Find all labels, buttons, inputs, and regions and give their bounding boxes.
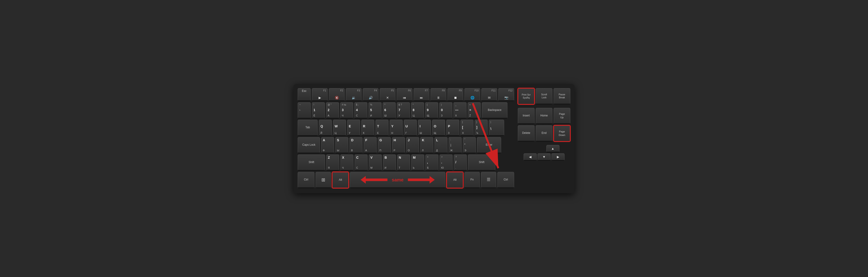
number-row: ~ ` ! 1 Ё @ " 2 А # № 3 Ч $ <box>298 102 514 118</box>
key-f8[interactable]: F8 ⏸ <box>431 88 446 101</box>
space-arrow-annotation: same <box>350 172 445 187</box>
key-b[interactable]: B И <box>383 154 396 171</box>
key-g[interactable]: G П <box>378 137 391 153</box>
key-equals[interactable]: + = Ž <box>468 102 481 118</box>
key-fn[interactable]: Fn <box>464 172 480 188</box>
key-6[interactable]: ^ 6 Ш <box>383 102 396 118</box>
key-4[interactable]: $ ; 4 С <box>354 102 367 118</box>
key-win[interactable]: ⊞ <box>316 172 331 188</box>
key-alt-right[interactable]: Alt <box>446 172 463 188</box>
nav-ins-home-pgup-row: Insert Home PageUp <box>518 108 570 124</box>
key-7[interactable]: & ? 7 У <box>397 102 410 118</box>
key-f2[interactable]: F2 🔇 <box>329 88 345 101</box>
key-arrow-right[interactable]: ▶ <box>552 153 564 161</box>
nav-del-end-pgdn-row: Delete End PageDown <box>518 125 570 141</box>
key-f3[interactable]: F3 🔉 <box>346 88 362 101</box>
key-delete[interactable]: Delete <box>518 125 534 141</box>
key-f4[interactable]: F4 🔊 <box>363 88 378 101</box>
key-caps-lock[interactable]: Caps Lock <box>298 137 320 153</box>
key-f12[interactable]: F12 📷 <box>498 88 514 101</box>
key-f9[interactable]: F9 ⏹ <box>447 88 463 101</box>
key-comma[interactable]: < , Б <box>426 154 438 171</box>
key-w[interactable]: W Ц <box>333 120 346 136</box>
key-page-up[interactable]: PageUp <box>554 108 570 124</box>
key-pause-break[interactable]: PauseBreak <box>554 88 570 104</box>
bottom-row: Ctrl ⊞ Alt same Alt <box>298 172 514 188</box>
key-x[interactable]: X Ч <box>340 154 353 171</box>
fn-key-row: Esc F1 ▶ F2 🔇 F3 🔉 F4 🔊 F5 ✕ <box>298 88 514 101</box>
key-z[interactable]: Z Я <box>326 154 339 171</box>
key-p[interactable]: P З <box>446 120 459 136</box>
key-n[interactable]: N Т <box>397 154 410 171</box>
key-f1[interactable]: F1 ▶ <box>312 88 328 101</box>
key-backslash[interactable]: | \ <box>489 120 504 136</box>
key-tab[interactable]: Tab <box>298 120 318 136</box>
key-e[interactable]: E У <box>347 120 360 136</box>
key-q[interactable]: Q Й <box>319 120 332 136</box>
key-arrow-left[interactable]: ◀ <box>524 153 537 161</box>
key-enter[interactable]: Enter <box>477 137 501 153</box>
key-page-down[interactable]: PageDown <box>554 125 570 141</box>
key-arrow-down[interactable]: ▼ <box>537 153 551 161</box>
key-scroll-lock[interactable]: ScrollLock <box>536 88 552 104</box>
key-semicolon[interactable]: : ; Ж <box>448 137 462 153</box>
key-ctrl-left[interactable]: Ctrl <box>298 172 314 188</box>
key-u[interactable]: U Г <box>404 120 417 136</box>
key-lbracket[interactable]: { [ Х <box>461 120 473 136</box>
key-d[interactable]: D В <box>349 137 363 153</box>
key-a[interactable]: A Ф <box>321 137 334 153</box>
qwerty-row: Tab Q Й W Ц E У R К <box>298 120 514 136</box>
asdf-row: Caps Lock A Ф S Ы D В F А G П <box>298 137 514 153</box>
key-j[interactable]: J О <box>406 137 419 153</box>
svg-marker-0 <box>361 176 388 183</box>
key-rbracket[interactable]: } ] Ъ <box>475 120 488 136</box>
key-quote[interactable]: " ' Э <box>463 137 476 153</box>
key-m[interactable]: M Ь <box>411 154 424 171</box>
key-f11[interactable]: F11 ✉ <box>482 88 497 101</box>
key-s[interactable]: S Ы <box>335 137 348 153</box>
arrow-bottom-row: ◀ ▼ ▶ <box>524 153 564 161</box>
key-arrow-up[interactable]: ▲ <box>547 145 559 152</box>
main-keyboard: Esc F1 ▶ F2 🔇 F3 🔉 F4 🔊 F5 ✕ <box>298 88 514 188</box>
key-i[interactable]: I Ш <box>418 120 431 136</box>
key-slash[interactable]: ? / . <box>454 154 467 171</box>
key-y[interactable]: Y Н <box>390 120 403 136</box>
key-t[interactable]: T Е <box>375 120 389 136</box>
key-v[interactable]: V М <box>369 154 382 171</box>
key-backspace[interactable]: Backspace <box>482 102 507 118</box>
key-alt-left[interactable]: Alt <box>332 172 349 188</box>
key-shift-left[interactable]: Shift <box>298 154 325 171</box>
zxcv-row: Shift Z Я X Ч C С V М B И N <box>298 154 514 171</box>
key-home[interactable]: Home <box>536 108 552 124</box>
key-0[interactable]: ) 0 З <box>439 102 452 118</box>
key-f10[interactable]: F10 🌐 <box>464 88 480 101</box>
key-f[interactable]: F А <box>364 137 377 153</box>
key-f6[interactable]: F6 ⏮ <box>397 88 412 101</box>
key-tilde[interactable]: ~ ` <box>298 102 311 118</box>
key-8[interactable]: * 8 Ц <box>411 102 424 118</box>
key-print-scr[interactable]: Print ScrSysRq <box>518 88 534 104</box>
key-minus[interactable]: _ — Х <box>454 102 466 118</box>
key-f7[interactable]: F7 ⏭ <box>413 88 429 101</box>
key-esc[interactable]: Esc <box>298 88 311 101</box>
key-insert[interactable]: Insert <box>518 108 534 124</box>
key-o[interactable]: O Щ <box>432 120 445 136</box>
key-k[interactable]: K Л <box>420 137 433 153</box>
key-3[interactable]: # № 3 Ч <box>340 102 353 118</box>
key-c[interactable]: C С <box>354 154 368 171</box>
key-end[interactable]: End <box>536 125 552 141</box>
key-5[interactable]: % 5 И <box>369 102 381 118</box>
key-shift-right[interactable]: Shift <box>468 154 495 171</box>
key-ctrl-right[interactable]: Ctrl <box>497 172 514 188</box>
key-h[interactable]: H Р <box>392 137 405 153</box>
key-period[interactable]: > . Ю <box>440 154 453 171</box>
key-9[interactable]: ( 9 Щ <box>425 102 438 118</box>
key-1[interactable]: ! 1 Ё <box>312 102 325 118</box>
key-l[interactable]: L Д <box>434 137 447 153</box>
key-r[interactable]: R К <box>361 120 374 136</box>
key-space[interactable]: same <box>350 172 445 188</box>
key-f5[interactable]: F5 ✕ <box>380 88 396 101</box>
nav-cluster: Print ScrSysRq ScrollLock PauseBreak Ins… <box>518 88 570 188</box>
key-2[interactable]: @ " 2 А <box>326 102 339 118</box>
key-menu[interactable]: ☰ <box>481 172 496 188</box>
